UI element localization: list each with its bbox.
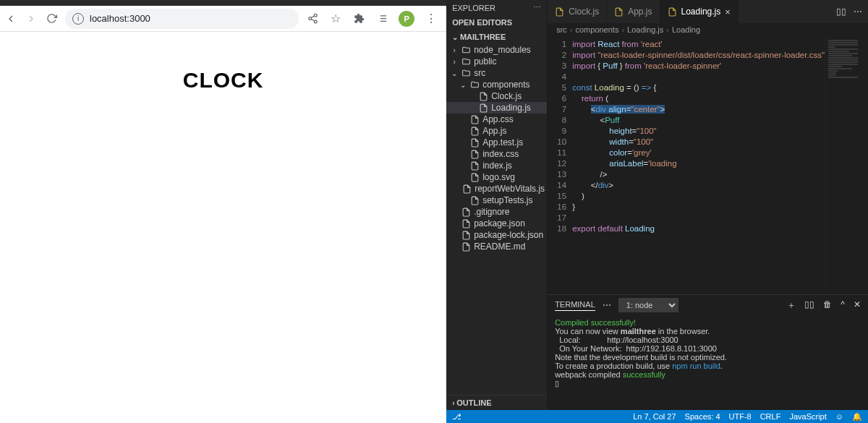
browser-window: i localhost:3000 ☆ P ⋮ CLOCK [0, 0, 446, 423]
split-editor-icon[interactable]: ▯▯ [836, 7, 846, 17]
reading-list-icon[interactable] [375, 12, 388, 25]
file-item[interactable]: App.js [446, 125, 547, 137]
star-icon[interactable]: ☆ [329, 12, 342, 25]
explorer-more-icon[interactable]: ⋯ [533, 3, 541, 12]
file-item[interactable]: package-lock.json [446, 229, 547, 241]
breadcrumb-item[interactable]: Loading.js [627, 25, 663, 34]
file-item[interactable]: Clock.js [446, 90, 547, 102]
status-feedback-icon[interactable]: ☺ [835, 412, 843, 421]
status-bar: ⎇ Ln 7, Col 27 Spaces: 4 UTF-8 CRLF Java… [446, 410, 868, 423]
open-editors-section[interactable]: OPEN EDITORS [446, 15, 547, 30]
file-item[interactable]: .gitignore [446, 206, 547, 218]
terminal-output[interactable]: Compiled successfully!You can now view m… [548, 315, 868, 410]
editor-tab[interactable]: App.js [607, 0, 660, 23]
file-item[interactable]: README.md [446, 241, 547, 252]
editor-more-icon[interactable]: ⋯ [854, 7, 862, 17]
new-terminal-icon[interactable]: ＋ [787, 299, 796, 312]
reload-button[interactable] [45, 12, 58, 25]
file-item[interactable]: index.js [446, 160, 547, 171]
forward-button[interactable] [25, 12, 38, 25]
code-editor[interactable]: 123456789101112131415161718 import React… [548, 36, 868, 294]
explorer-sidebar: EXPLORER ⋯ OPEN EDITORS ⌄ MAILTHREE ›nod… [446, 0, 548, 410]
address-bar[interactable]: i localhost:3000 [65, 9, 299, 29]
folder-item[interactable]: ⌄components [446, 79, 547, 90]
code-lines[interactable]: import React from 'react'import "react-l… [572, 36, 825, 294]
status-bell-icon[interactable]: 🔔 [852, 412, 862, 422]
svg-point-0 [314, 14, 317, 17]
editor-area: Clock.jsApp.jsLoading.js×▯▯⋯ src›compone… [548, 0, 868, 410]
project-root[interactable]: ⌄ MAILTHREE [446, 30, 547, 44]
split-terminal-icon[interactable]: ▯▯ [804, 299, 814, 312]
status-eol[interactable]: CRLF [760, 412, 781, 421]
page-heading: CLOCK [183, 68, 264, 423]
file-item[interactable]: setupTests.js [446, 195, 547, 206]
file-tree: ›node_modules›public⌄src⌄componentsClock… [446, 44, 547, 395]
svg-point-1 [309, 17, 312, 20]
file-item[interactable]: reportWebVitals.js [446, 183, 547, 195]
folder-item[interactable]: ⌄src [446, 67, 547, 79]
file-item[interactable]: index.css [446, 148, 547, 160]
status-spaces[interactable]: Spaces: 4 [685, 412, 720, 421]
profile-avatar[interactable]: P [399, 11, 414, 27]
back-button[interactable] [4, 12, 17, 25]
terminal-tab[interactable]: TERMINAL [555, 300, 595, 311]
editor-tabs: Clock.jsApp.jsLoading.js×▯▯⋯ [548, 0, 868, 23]
file-item[interactable]: logo.svg [446, 171, 547, 183]
panel-more-icon[interactable]: ⋯ [603, 300, 611, 310]
vscode-window: EXPLORER ⋯ OPEN EDITORS ⌄ MAILTHREE ›nod… [446, 0, 868, 423]
folder-item[interactable]: ›public [446, 56, 547, 67]
status-remote-icon[interactable]: ⎇ [452, 412, 461, 422]
explorer-title: EXPLORER [452, 4, 495, 12]
file-item[interactable]: App.test.js [446, 137, 547, 148]
breadcrumb-item[interactable]: components [575, 25, 618, 34]
editor-tab[interactable]: Loading.js× [660, 0, 739, 23]
file-item[interactable]: Loading.js [446, 102, 547, 114]
minimap[interactable] [825, 36, 868, 294]
trash-icon[interactable]: 🗑 [823, 299, 832, 312]
chevron-up-icon[interactable]: ^ [841, 299, 845, 312]
terminal-panel: TERMINAL ⋯ 1: node ＋ ▯▯ 🗑 ^ ✕ Compiled s… [548, 294, 868, 410]
outline-section[interactable]: › OUTLINE [446, 395, 547, 410]
browser-tabstrip [0, 0, 446, 6]
status-lncol[interactable]: Ln 7, Col 27 [633, 412, 676, 421]
extensions-icon[interactable] [352, 12, 365, 25]
panel-close-icon[interactable]: ✕ [854, 299, 861, 312]
breadcrumb-item[interactable]: Loading [672, 25, 700, 34]
share-icon[interactable] [306, 12, 319, 25]
page-content: CLOCK [0, 32, 446, 423]
breadcrumb-item[interactable]: src [556, 25, 567, 34]
browser-menu-icon[interactable]: ⋮ [425, 12, 438, 25]
file-item[interactable]: package.json [446, 218, 547, 229]
url-text: localhost:3000 [90, 13, 150, 24]
editor-tab[interactable]: Clock.js [548, 0, 607, 23]
status-language[interactable]: JavaScript [789, 412, 826, 421]
terminal-select[interactable]: 1: node [618, 298, 678, 312]
tab-close-icon[interactable]: × [725, 7, 731, 17]
breadcrumbs[interactable]: src›components›Loading.js›Loading [548, 23, 868, 36]
browser-toolbar: i localhost:3000 ☆ P ⋮ [0, 6, 446, 32]
line-gutter: 123456789101112131415161718 [548, 36, 572, 294]
file-item[interactable]: App.css [446, 114, 547, 125]
folder-item[interactable]: ›node_modules [446, 44, 547, 56]
status-encoding[interactable]: UTF-8 [729, 412, 752, 421]
svg-point-2 [314, 20, 317, 23]
site-info-icon[interactable]: i [72, 13, 84, 25]
